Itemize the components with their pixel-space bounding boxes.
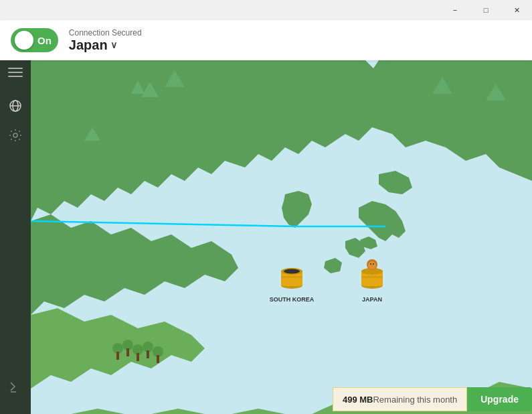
vpn-toggle[interactable]: On <box>11 28 58 52</box>
japan-label: JAPAN <box>362 296 382 303</box>
data-amount: 499 MB <box>343 395 373 405</box>
bottombar: 499 MB Remaining this month Upgrade <box>31 385 532 414</box>
header: On Connection Secured Japan ∨ <box>0 20 532 60</box>
svg-rect-21 <box>147 350 149 358</box>
location-selector[interactable]: Japan ∨ <box>69 38 142 53</box>
menu-button[interactable] <box>3 60 27 84</box>
sidebar-item-globe[interactable] <box>3 94 27 118</box>
sidebar-item-minimize[interactable] <box>3 375 27 399</box>
menu-line-3 <box>8 76 23 77</box>
svg-point-40 <box>371 265 373 266</box>
connection-status: Connection Secured <box>69 28 142 38</box>
svg-rect-19 <box>126 348 129 356</box>
svg-rect-22 <box>157 355 159 363</box>
upgrade-button[interactable]: Upgrade <box>467 387 532 411</box>
menu-line-1 <box>8 68 23 69</box>
svg-point-39 <box>373 263 374 265</box>
minimize-button[interactable]: − <box>440 0 470 20</box>
toggle-knob <box>15 31 33 50</box>
connection-info: Connection Secured Japan ∨ <box>69 28 142 53</box>
south-korea-label: SOUTH KOREA <box>270 296 315 303</box>
data-remaining-badge: 499 MB Remaining this month <box>333 387 467 411</box>
close-button[interactable]: ✕ <box>501 0 532 20</box>
maximize-button[interactable]: □ <box>470 0 501 20</box>
svg-rect-20 <box>137 353 139 361</box>
svg-point-4 <box>13 133 17 137</box>
location-name: Japan <box>69 38 108 53</box>
svg-rect-18 <box>116 352 119 360</box>
titlebar: − □ ✕ <box>0 0 532 20</box>
svg-point-28 <box>284 269 300 274</box>
sidebar-item-settings[interactable] <box>3 123 27 147</box>
chevron-down-icon: ∨ <box>110 40 117 50</box>
menu-line-2 <box>8 72 23 73</box>
svg-rect-29 <box>281 276 302 278</box>
svg-point-38 <box>370 263 371 265</box>
svg-rect-33 <box>361 276 383 278</box>
sidebar <box>0 20 31 414</box>
map: SOUTH KOREA JAPAN <box>31 60 532 414</box>
data-suffix: Remaining this month <box>373 395 457 405</box>
toggle-label: On <box>37 35 52 46</box>
